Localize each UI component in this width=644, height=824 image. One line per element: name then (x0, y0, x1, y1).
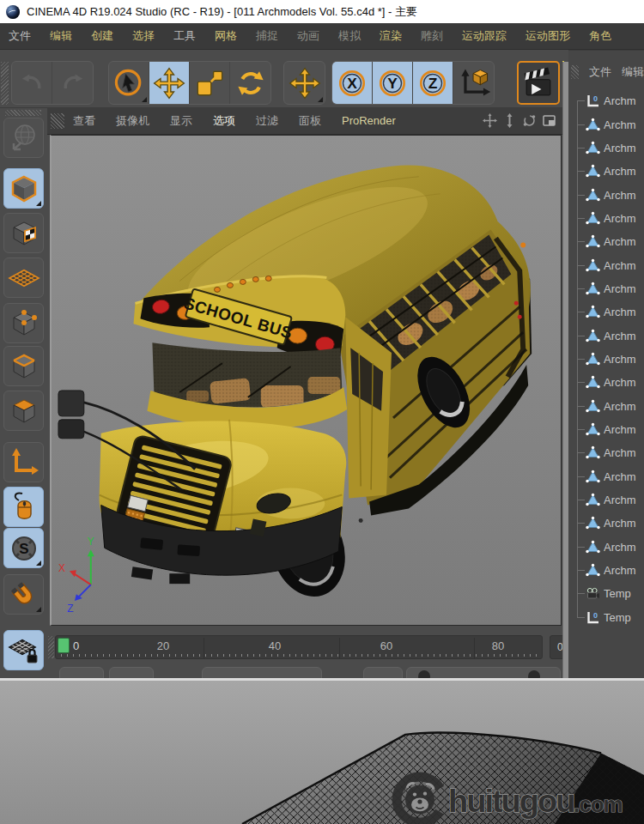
z-axis-lock-button[interactable]: Z (413, 62, 453, 104)
menu-item[interactable]: 动画 (297, 28, 319, 44)
menu-item[interactable]: 文件 (9, 28, 31, 44)
move-tool-button[interactable] (149, 62, 190, 104)
viewport-menu-item[interactable]: 显示 (170, 113, 192, 129)
palette-drag-handle[interactable] (5, 110, 41, 116)
tweak-mode-button[interactable] (3, 487, 44, 527)
menu-item[interactable]: 模拟 (338, 28, 361, 44)
viewport-drag-handle[interactable] (51, 113, 64, 129)
menu-item[interactable]: 渲染 (380, 28, 402, 44)
object-label[interactable]: Archm (604, 541, 636, 554)
object-manager-edit-menu[interactable]: 编辑 (622, 64, 644, 80)
polygon-object-icon[interactable] (586, 540, 600, 554)
camera-object-icon[interactable] (586, 586, 600, 601)
object-row[interactable]: Archm (568, 488, 644, 512)
object-label[interactable]: Archm (604, 306, 636, 318)
maximize-view-icon[interactable] (542, 113, 556, 128)
polygon-object-icon[interactable] (586, 399, 600, 414)
magnet-snap-button[interactable] (3, 574, 44, 615)
anim-button[interactable] (363, 667, 403, 678)
object-row-camera[interactable]: Temp (568, 582, 644, 605)
texture-mode-button[interactable] (3, 213, 44, 253)
polygon-object-icon[interactable] (586, 422, 600, 437)
object-label[interactable]: Archm (604, 282, 636, 295)
anim-button[interactable] (109, 667, 154, 678)
menu-item[interactable]: 角色 (589, 28, 611, 44)
menu-item[interactable]: 捕捉 (256, 28, 278, 44)
object-label[interactable]: Archm (604, 94, 636, 107)
dolly-icon[interactable] (502, 113, 517, 128)
object-label[interactable]: Archm (604, 564, 636, 577)
viewport-menu-item[interactable]: 过滤 (256, 113, 278, 129)
enable-axis-button[interactable] (3, 442, 44, 482)
object-row[interactable]: Archm (568, 300, 644, 324)
object-label[interactable]: Archm (604, 235, 636, 248)
object-label[interactable]: Archm (604, 259, 636, 272)
object-manager-drag-handle[interactable] (571, 65, 579, 79)
polygon-object-icon[interactable] (586, 375, 600, 390)
object-row[interactable]: Archm (568, 136, 644, 160)
object-row[interactable]: Archm (568, 394, 644, 417)
object-label[interactable]: Archm (604, 423, 636, 436)
menu-item[interactable]: 雕刻 (421, 28, 443, 44)
polygon-object-icon[interactable] (586, 118, 600, 132)
polygon-object-icon[interactable] (586, 141, 600, 155)
menu-item[interactable]: 选择 (132, 28, 155, 44)
object-row[interactable]: Archm (568, 183, 644, 206)
toolbar-drag-handle[interactable] (1, 62, 9, 105)
object-row[interactable]: Archm (568, 324, 644, 347)
object-label[interactable]: Archm (604, 330, 636, 342)
points-mode-button[interactable] (3, 303, 44, 343)
object-label[interactable]: Archm (604, 494, 636, 506)
object-row-root[interactable]: 0 Archm (568, 89, 644, 112)
polygon-object-icon[interactable] (586, 188, 600, 203)
object-row[interactable]: Archm (568, 441, 644, 464)
polygon-object-icon[interactable] (586, 258, 600, 273)
object-label[interactable]: Archm (604, 189, 636, 202)
object-row[interactable]: Archm (568, 536, 644, 559)
object-label[interactable]: Temp (604, 611, 631, 624)
menu-item[interactable]: 编辑 (50, 28, 72, 44)
redo-button[interactable] (52, 62, 93, 104)
x-axis-lock-button[interactable]: X (332, 62, 373, 104)
orbit-icon[interactable] (522, 113, 537, 128)
object-label[interactable]: Archm (604, 400, 636, 413)
object-label[interactable]: Archm (604, 376, 636, 389)
menu-item[interactable]: 网格 (215, 28, 237, 44)
object-row[interactable]: Archm (568, 348, 644, 371)
object-label[interactable]: Archm (604, 118, 636, 131)
polygon-object-icon[interactable] (586, 516, 600, 530)
menu-item[interactable]: 工具 (173, 28, 196, 44)
polygon-object-icon[interactable] (586, 211, 600, 226)
menu-item[interactable]: 运动图形 (526, 28, 570, 44)
polygon-object-icon[interactable] (586, 234, 600, 249)
null-object-icon[interactable]: 0 (586, 610, 600, 625)
object-row[interactable]: Archm (568, 465, 644, 488)
polygon-object-icon[interactable] (586, 445, 600, 460)
object-label[interactable]: Archm (604, 142, 636, 154)
polygon-object-icon[interactable] (586, 493, 600, 507)
pan-icon[interactable] (483, 113, 497, 128)
polygon-object-icon[interactable] (586, 164, 600, 179)
make-editable-button[interactable] (3, 118, 44, 158)
object-row[interactable]: Archm (568, 160, 644, 183)
scale-tool-button[interactable] (190, 62, 230, 104)
object-row[interactable]: Archm (568, 512, 644, 535)
polygon-object-icon[interactable] (586, 305, 600, 319)
snap-settings-button[interactable]: S (3, 528, 44, 568)
viewport-canvas[interactable]: SCHOOL BUS (50, 135, 562, 626)
workplane-mode-button[interactable] (3, 258, 44, 298)
object-label[interactable]: Archm (604, 165, 636, 178)
object-row[interactable]: Archm (568, 277, 644, 300)
edges-mode-button[interactable] (3, 346, 44, 386)
object-label[interactable]: Archm (604, 517, 636, 530)
object-row[interactable]: Archm (568, 230, 644, 253)
menu-item[interactable]: 运动跟踪 (462, 28, 507, 44)
null-object-icon[interactable]: 0 (586, 94, 600, 108)
object-row-null[interactable]: 0 Temp (568, 606, 644, 629)
object-label[interactable]: Archm (604, 353, 636, 366)
locked-workplane-button[interactable] (3, 630, 44, 670)
object-manager-file-menu[interactable]: 文件 (589, 64, 611, 80)
rotate-tool-button[interactable] (230, 62, 270, 104)
anim-button[interactable] (202, 667, 322, 678)
model-mode-button[interactable] (3, 168, 44, 209)
